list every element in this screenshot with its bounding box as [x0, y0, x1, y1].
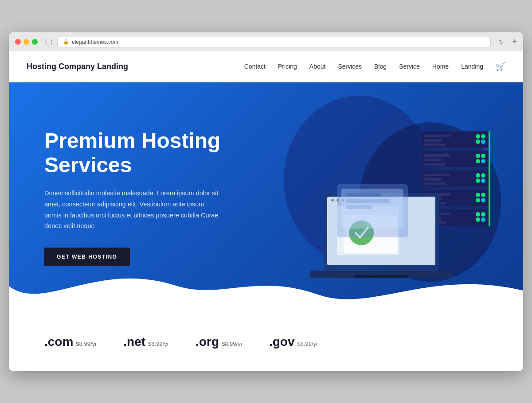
- address-bar[interactable]: 🔒 elegantthemes.com: [57, 37, 491, 47]
- nav-services[interactable]: Services: [338, 63, 362, 70]
- svg-rect-18: [424, 174, 450, 176]
- close-button[interactable]: [15, 39, 21, 45]
- svg-rect-54: [346, 193, 381, 197]
- svg-point-7: [476, 140, 480, 144]
- nav-links: Contact Pricing About Services Blog Serv…: [244, 62, 505, 71]
- new-tab-button[interactable]: +: [512, 37, 517, 46]
- domain-gov: .gov $8.99/yr: [269, 335, 318, 349]
- svg-point-29: [476, 193, 480, 197]
- svg-point-30: [481, 193, 485, 197]
- svg-point-31: [476, 198, 480, 202]
- svg-rect-3: [424, 139, 442, 142]
- reload-button[interactable]: ↻: [499, 39, 504, 46]
- domain-price-org: $8.99/yr: [222, 341, 243, 347]
- svg-point-5: [476, 134, 480, 139]
- svg-point-13: [476, 154, 480, 158]
- svg-point-39: [476, 217, 480, 222]
- domain-price-net: $8.99/yr: [148, 341, 169, 347]
- domain-ext-org: .org: [196, 335, 219, 349]
- svg-rect-51: [355, 275, 408, 278]
- domain-org: .org $8.99/yr: [196, 335, 243, 349]
- browser-controls: ⟨ ⟩: [45, 39, 53, 46]
- traffic-lights: [15, 39, 38, 45]
- svg-rect-12: [424, 163, 446, 166]
- browser-chrome: ⟨ ⟩ 🔒 elegantthemes.com ↻ +: [9, 32, 523, 51]
- url-text: elegantthemes.com: [72, 39, 118, 45]
- cta-button[interactable]: GET WEB HOSTING: [44, 248, 130, 266]
- domain-com: .com $8.99/yr: [44, 335, 97, 349]
- svg-point-23: [476, 178, 480, 183]
- domain-ext-net: .net: [123, 335, 145, 349]
- svg-rect-19: [424, 178, 442, 181]
- cart-icon[interactable]: 🛒: [496, 62, 505, 71]
- domain-price-com: $8.99/yr: [76, 341, 97, 347]
- nav-about[interactable]: About: [309, 63, 326, 70]
- svg-point-37: [476, 212, 480, 217]
- svg-point-38: [481, 212, 485, 217]
- back-icon[interactable]: ⟨: [45, 39, 47, 46]
- navbar: Hosting Company Landing Contact Pricing …: [9, 51, 523, 82]
- svg-rect-11: [424, 159, 442, 161]
- svg-point-16: [481, 159, 485, 163]
- svg-point-8: [481, 140, 485, 144]
- hero-description: Donec sollicitudin molestie malesuada. L…: [44, 188, 222, 232]
- svg-point-44: [331, 199, 334, 202]
- svg-point-22: [481, 173, 485, 178]
- minimize-button[interactable]: [23, 39, 29, 45]
- domain-net: .net $8.99/yr: [123, 335, 169, 349]
- brand-logo[interactable]: Hosting Company Landing: [27, 62, 128, 71]
- svg-rect-20: [424, 182, 446, 185]
- website-content: Hosting Company Landing Contact Pricing …: [9, 51, 523, 371]
- svg-point-21: [476, 173, 480, 178]
- nav-service[interactable]: Service: [399, 63, 420, 70]
- forward-icon[interactable]: ⟩: [51, 39, 53, 46]
- nav-pricing[interactable]: Pricing: [278, 63, 297, 70]
- domain-ext-com: .com: [44, 335, 73, 349]
- nav-landing[interactable]: Landing: [461, 63, 483, 70]
- hero-section: Premium Hosting Services Donec sollicitu…: [9, 82, 523, 313]
- hero-title: Premium Hosting Services: [44, 128, 222, 177]
- svg-point-40: [481, 217, 485, 222]
- domain-price-gov: $8.99/yr: [297, 341, 318, 347]
- svg-rect-10: [424, 154, 450, 157]
- svg-rect-56: [346, 205, 372, 209]
- hero-illustration: [275, 118, 505, 286]
- svg-rect-55: [346, 199, 390, 203]
- svg-point-15: [476, 159, 480, 163]
- domain-ext-gov: .gov: [269, 335, 295, 349]
- lock-icon: 🔒: [63, 39, 69, 45]
- svg-rect-2: [424, 135, 450, 137]
- domain-section: .com $8.99/yr .net $8.99/yr .org $8.99/y…: [9, 313, 523, 371]
- maximize-button[interactable]: [32, 39, 38, 45]
- svg-rect-4: [424, 143, 446, 146]
- nav-blog[interactable]: Blog: [374, 63, 387, 70]
- svg-point-24: [481, 178, 485, 183]
- svg-rect-41: [489, 131, 490, 226]
- svg-point-6: [481, 134, 485, 139]
- nav-contact[interactable]: Contact: [244, 63, 266, 70]
- hero-content: Premium Hosting Services Donec sollicitu…: [9, 102, 257, 293]
- nav-home[interactable]: Home: [432, 63, 449, 70]
- svg-point-14: [481, 154, 485, 158]
- browser-window: ⟨ ⟩ 🔒 elegantthemes.com ↻ + Hosting Comp…: [9, 32, 523, 371]
- svg-point-32: [481, 198, 485, 202]
